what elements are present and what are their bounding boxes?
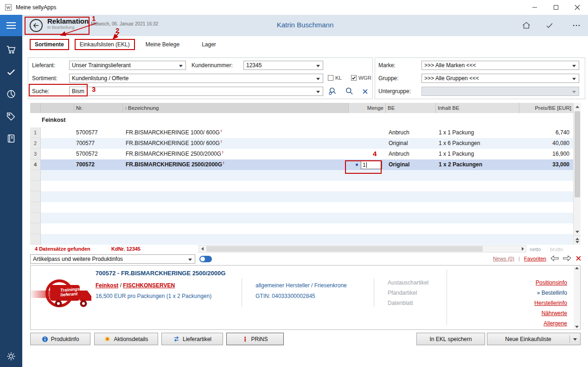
product-info-panel: Trainings-lieferant 700572 - FR.BISMARCK… bbox=[30, 265, 581, 330]
lieferartikel-button[interactable]: Lieferartikel bbox=[161, 333, 223, 345]
annotation-number-3: 3 bbox=[92, 85, 96, 93]
chevron-down-icon bbox=[573, 338, 577, 341]
price-line: 16,500 EUR pro Packungen (1 x 2 Packunge… bbox=[96, 293, 211, 299]
scroll-down-icon[interactable] bbox=[575, 326, 579, 328]
neue-einkaufsliste-button[interactable]: Neue Einkaufsliste bbox=[487, 333, 581, 345]
pie-chart-icon[interactable] bbox=[6, 89, 16, 99]
scroll-up-icon[interactable] bbox=[574, 103, 581, 110]
title-bar: Meine sellyApps bbox=[0, 0, 588, 15]
scroll-down-icon[interactable] bbox=[574, 228, 581, 235]
header-preis[interactable]: Preis/BE [EUR] bbox=[519, 103, 573, 113]
kdnr-status: KdNr. 12345 bbox=[111, 246, 141, 252]
vertical-scrollbar[interactable] bbox=[573, 103, 581, 245]
logo-text: Trainings-lieferant bbox=[60, 286, 82, 297]
row-number-column bbox=[30, 170, 41, 245]
confirm-check-icon[interactable] bbox=[544, 20, 555, 31]
chevron-down-icon bbox=[572, 65, 576, 67]
prins-button[interactable]: PRiNS bbox=[226, 333, 284, 345]
marke-label: Marke: bbox=[378, 61, 396, 70]
horizontal-scrollbar[interactable] bbox=[198, 245, 526, 253]
tab-sortimente[interactable]: Sortimente bbox=[30, 39, 69, 50]
scrollbar-thumb[interactable] bbox=[575, 111, 580, 197]
scroll-left-icon[interactable] bbox=[199, 246, 205, 252]
header-nr[interactable]: Nr. bbox=[74, 103, 123, 113]
kundennummer-select[interactable]: 12345 bbox=[243, 61, 323, 70]
menge-input[interactable]: 1 bbox=[361, 161, 382, 169]
info-flag-icon: ! bbox=[223, 161, 224, 165]
lieferant-label: Lieferant: bbox=[32, 61, 55, 70]
chevron-down-icon bbox=[316, 91, 320, 93]
checkbox-unchecked bbox=[328, 75, 333, 81]
favoriten-link[interactable]: Favoriten bbox=[524, 256, 546, 261]
table-row[interactable]: 3 5700572 FR.BISMARCKHERINGE 2500/2000G!… bbox=[30, 149, 573, 159]
info-flag-icon: ! bbox=[221, 129, 222, 133]
check-tasks-icon[interactable] bbox=[6, 67, 16, 77]
search-icon[interactable] bbox=[343, 86, 356, 97]
chevron-down-icon bbox=[179, 65, 183, 67]
cart-icon[interactable] bbox=[6, 44, 16, 55]
sortiment-select[interactable]: Kundenlistung / Offerte bbox=[69, 74, 323, 83]
produktinfo-selector[interactable]: Artikelpass und weitere Produktinfos bbox=[30, 254, 195, 264]
header-bezeichnung[interactable]: ↑Bezeichnung bbox=[123, 103, 349, 113]
flag-austauschartikel: Austauschartikel bbox=[388, 279, 428, 286]
tab-lager[interactable]: Lager bbox=[197, 39, 221, 50]
prev-arrow-icon[interactable] bbox=[550, 255, 559, 261]
maximize-button[interactable] bbox=[545, 0, 567, 15]
naehrwerte-link[interactable]: Nährwerte bbox=[534, 308, 567, 318]
herstellerinfo-link[interactable]: Herstellerinfo bbox=[534, 298, 567, 308]
catalog-icon[interactable] bbox=[6, 133, 16, 144]
search-favorites-icon[interactable] bbox=[326, 86, 339, 97]
gruppe-select[interactable]: >>> Alle Gruppen <<< bbox=[422, 74, 579, 83]
panel-scrollbar[interactable] bbox=[574, 266, 580, 329]
scroll-right-icon[interactable] bbox=[519, 246, 526, 252]
subcategory-link[interactable]: FISCHKONSERVEN bbox=[123, 282, 175, 289]
suche-input[interactable]: Bism bbox=[69, 87, 323, 96]
header-be[interactable]: BE bbox=[386, 103, 436, 113]
home-icon[interactable] bbox=[521, 20, 531, 31]
gtin-line: GTIN: 04033300002845 bbox=[256, 293, 315, 299]
category-link[interactable]: Feinkost bbox=[96, 282, 118, 289]
sort-asc-icon: ↑ bbox=[125, 106, 127, 111]
app-header: Reklamation In Bearbeitung Mittwoch, 06.… bbox=[22, 15, 588, 36]
header-inhalt-be[interactable]: Inhalt BE bbox=[436, 103, 519, 113]
scroll-up-icon[interactable] bbox=[575, 267, 579, 269]
info-toggle-switch[interactable] bbox=[199, 256, 212, 262]
close-panel-icon[interactable] bbox=[575, 255, 582, 261]
news-link[interactable]: News (0) bbox=[493, 256, 514, 261]
untergruppe-select-disabled bbox=[422, 87, 579, 96]
allergene-link[interactable]: Allergene bbox=[534, 318, 567, 329]
minimize-button[interactable] bbox=[524, 0, 545, 15]
header-menge[interactable]: Menge bbox=[349, 103, 386, 113]
scroll-split-icon[interactable] bbox=[574, 235, 581, 245]
netto-toggle[interactable]: netto bbox=[530, 247, 541, 252]
kl-checkbox[interactable]: KL bbox=[328, 75, 342, 81]
produktinfo-button[interactable]: Produktinfo bbox=[30, 333, 90, 345]
table-row-selected[interactable]: 4 700572 FR.BISMARCKHERINGE 2500/2000G! … bbox=[30, 159, 573, 170]
info-flag-icon: ! bbox=[221, 139, 222, 144]
untergruppe-label: Untergruppe: bbox=[378, 87, 411, 96]
table-row[interactable]: 2 700577 FR.BISMARCKHERINGE 1000/ 600G! … bbox=[30, 138, 573, 149]
settings-gear-icon[interactable] bbox=[6, 351, 16, 361]
more-ellipsis-icon[interactable] bbox=[571, 20, 582, 31]
next-arrow-icon[interactable] bbox=[563, 255, 571, 261]
wgr-checkbox[interactable]: WGR bbox=[351, 75, 371, 81]
table-row[interactable]: 1 5700577 FR.BISMARCKHERINGE 1000/ 600G!… bbox=[30, 127, 573, 138]
close-button[interactable] bbox=[567, 0, 588, 15]
lieferant-select[interactable]: Unser Trainingslieferant bbox=[69, 61, 186, 70]
category-line: Feinkost / FISCHKONSERVEN bbox=[96, 282, 175, 289]
bestellinfo-link[interactable]: » Bestellinfo bbox=[534, 288, 567, 298]
in-ekl-speichern-button[interactable]: In EKL speichern bbox=[416, 333, 485, 345]
aktionsdetails-button[interactable]: Aktionsdetails bbox=[94, 333, 158, 345]
brutto-toggle[interactable]: brutto bbox=[550, 247, 563, 252]
marke-select[interactable]: >>> Alle Marken <<< bbox=[422, 61, 579, 70]
chevron-down-icon bbox=[316, 65, 320, 67]
clear-search-icon[interactable] bbox=[358, 86, 371, 97]
menu-hamburger-icon[interactable] bbox=[0, 15, 22, 36]
positionsinfo-link[interactable]: Positionsinfo bbox=[534, 278, 567, 288]
checkbox-checked bbox=[351, 75, 357, 81]
tab-einkaufslisten[interactable]: Einkaufslisten (EKL) bbox=[75, 39, 135, 50]
price-tag-icon[interactable] bbox=[6, 111, 16, 121]
tab-meine-belege[interactable]: Meine Belege bbox=[141, 39, 185, 50]
filter-group-left: Lieferant: Unser Trainingslieferant Kund… bbox=[28, 57, 373, 99]
scrollbar-thumb[interactable] bbox=[206, 246, 483, 252]
